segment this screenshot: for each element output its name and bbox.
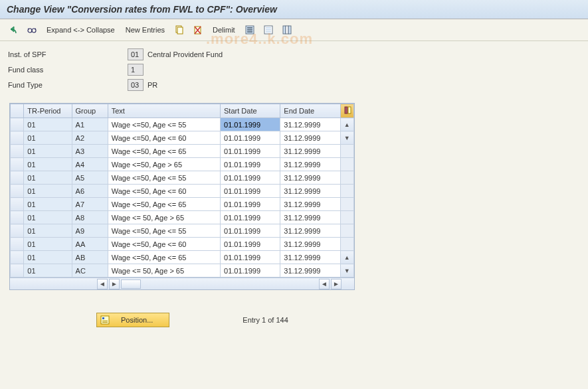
cell-tr[interactable]: 01	[24, 131, 72, 145]
row-selector[interactable]	[11, 211, 24, 224]
row-selector[interactable]	[11, 198, 24, 211]
vscroll-arrow-icon[interactable]: ▲	[340, 251, 353, 264]
cell-text[interactable]: Wage <= 50, Age > 65	[108, 211, 220, 224]
col-header-start[interactable]: Start Date	[221, 104, 280, 118]
cell-group[interactable]: A2	[72, 131, 108, 145]
undo-icon[interactable]	[7, 23, 20, 37]
row-selector[interactable]	[11, 224, 24, 238]
cell-tr[interactable]: 01	[24, 118, 72, 131]
cell-end-date[interactable]: 31.12.9999	[280, 145, 340, 158]
cell-group[interactable]: A9	[72, 224, 108, 238]
row-selector[interactable]	[11, 251, 24, 264]
cell-tr[interactable]: 01	[24, 158, 72, 171]
vscroll-track[interactable]	[340, 158, 353, 171]
cell-end-date[interactable]: 31.12.9999	[280, 264, 340, 277]
hscroll-right2-icon[interactable]: ►	[331, 279, 342, 289]
cell-text[interactable]: Wage <=50, Age <= 60	[108, 238, 220, 251]
cell-tr[interactable]: 01	[24, 185, 72, 198]
cell-end-date[interactable]: 31.12.9999	[280, 251, 340, 264]
row-selector[interactable]	[11, 185, 24, 198]
vscroll-track[interactable]	[340, 145, 353, 158]
vscroll-track[interactable]	[340, 238, 353, 251]
cell-text[interactable]: Wage <=50, Age <= 65	[108, 198, 220, 211]
cell-tr[interactable]: 01	[24, 224, 72, 238]
hscroll-thumb[interactable]	[121, 279, 141, 289]
cell-tr[interactable]: 01	[24, 264, 72, 277]
cell-start-date[interactable]: 01.01.1999	[221, 198, 280, 211]
cell-tr[interactable]: 01	[24, 238, 72, 251]
cell-text[interactable]: Wage <=50, Age <= 65	[108, 145, 220, 158]
cell-group[interactable]: A4	[72, 158, 108, 171]
row-selector[interactable]	[11, 238, 24, 251]
position-button[interactable]: Position...	[96, 313, 169, 327]
cell-start-date[interactable]: 01.01.1999	[221, 171, 280, 185]
row-selector[interactable]	[11, 118, 24, 131]
row-selector[interactable]	[11, 158, 24, 171]
cell-end-date[interactable]: 31.12.9999	[280, 185, 340, 198]
column-config-icon[interactable]	[280, 23, 294, 37]
select-all-rows[interactable]	[11, 104, 24, 118]
cell-end-date[interactable]: 31.12.9999	[280, 224, 340, 238]
cell-group[interactable]: A5	[72, 171, 108, 185]
new-entries-button[interactable]: New Entries	[123, 25, 167, 35]
vscroll-arrow-icon[interactable]: ▼	[340, 131, 353, 145]
cell-start-date[interactable]: 01.01.1999	[221, 211, 280, 224]
row-selector[interactable]	[11, 131, 24, 145]
col-header-group[interactable]: Group	[72, 104, 108, 118]
cell-group[interactable]: A8	[72, 211, 108, 224]
cell-end-date[interactable]: 31.12.9999	[280, 158, 340, 171]
cell-start-date[interactable]: 01.01.1999	[221, 264, 280, 277]
table-config-icon[interactable]	[340, 104, 353, 118]
vscroll-track[interactable]	[340, 224, 353, 238]
vscroll-track[interactable]	[340, 171, 353, 185]
cell-tr[interactable]: 01	[24, 145, 72, 158]
select-all-icon[interactable]	[243, 23, 256, 37]
cell-group[interactable]: A7	[72, 198, 108, 211]
cell-group[interactable]: AA	[72, 238, 108, 251]
vscroll-arrow-icon[interactable]: ▼	[340, 264, 353, 277]
vscroll-track[interactable]	[340, 211, 353, 224]
cell-start-date[interactable]: 01.01.1999	[221, 238, 280, 251]
cell-group[interactable]: AC	[72, 264, 108, 277]
row-selector[interactable]	[11, 264, 24, 277]
row-selector[interactable]	[11, 145, 24, 158]
col-header-text[interactable]: Text	[108, 104, 220, 118]
cell-text[interactable]: Wage <=50, Age <= 55	[108, 118, 220, 131]
cell-text[interactable]: Wage <=50, Age <= 65	[108, 251, 220, 264]
vscroll-arrow-icon[interactable]: ▲	[340, 118, 353, 131]
cell-end-date[interactable]: 31.12.9999	[280, 198, 340, 211]
delete-icon[interactable]	[191, 23, 205, 37]
col-header-tr[interactable]: TR-Period	[24, 104, 72, 118]
cell-tr[interactable]: 01	[24, 251, 72, 264]
cell-tr[interactable]: 01	[24, 211, 72, 224]
row-selector[interactable]	[11, 171, 24, 185]
cell-group[interactable]: A1	[72, 118, 108, 131]
copy-icon[interactable]	[173, 23, 186, 37]
cell-start-date[interactable]: 01.01.1999	[221, 251, 280, 264]
hscroll-left2-icon[interactable]: ◄	[319, 279, 330, 289]
cell-group[interactable]: A3	[72, 145, 108, 158]
delimit-button[interactable]: Delimit	[210, 25, 238, 35]
cell-group[interactable]: AB	[72, 251, 108, 264]
cell-text[interactable]: Wage <=50, Age <= 60	[108, 185, 220, 198]
cell-start-date[interactable]: 01.01.1999	[221, 224, 280, 238]
cell-group[interactable]: A6	[72, 185, 108, 198]
hscroll-left-icon[interactable]: ◄	[97, 279, 108, 289]
hscroll-right-icon[interactable]: ►	[109, 279, 120, 289]
cell-start-date[interactable]: 01.01.1999	[221, 185, 280, 198]
col-header-end[interactable]: End Date	[280, 104, 340, 118]
expand-collapse-button[interactable]: Expand <-> Collapse	[44, 25, 118, 35]
cell-start-date[interactable]: 01.01.1999	[221, 118, 280, 131]
cell-text[interactable]: Wage <=50, Age <= 60	[108, 131, 220, 145]
cell-end-date[interactable]: 31.12.9999	[280, 211, 340, 224]
cell-start-date[interactable]: 01.01.1999	[221, 145, 280, 158]
cell-text[interactable]: Wage <=50, Age <= 55	[108, 171, 220, 185]
cell-end-date[interactable]: 31.12.9999	[280, 238, 340, 251]
cell-end-date[interactable]: 31.12.9999	[280, 171, 340, 185]
vscroll-track[interactable]	[340, 185, 353, 198]
cell-text[interactable]: Wage <=50, Age > 65	[108, 158, 220, 171]
deselect-all-icon[interactable]	[262, 23, 275, 37]
cell-text[interactable]: Wage <=50, Age <= 55	[108, 224, 220, 238]
cell-tr[interactable]: 01	[24, 171, 72, 185]
cell-end-date[interactable]: 31.12.9999	[280, 131, 340, 145]
